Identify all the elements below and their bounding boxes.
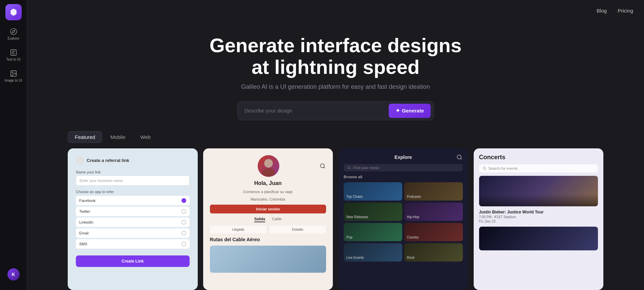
app-twitter[interactable]: Twitter [76,207,190,216]
explore-icon [10,28,17,35]
tile-country[interactable]: Country [404,223,463,241]
tile-hip-hop[interactable]: Hip-Hop [404,203,463,221]
tile-label: Hip-Hop [407,215,420,219]
text-to-ui-icon [10,49,17,56]
svg-point-6 [320,164,324,168]
browse-all-label: Browse all [344,175,463,179]
music-search-icon[interactable] [456,154,463,161]
tile-label: Top Charts [346,195,363,199]
tile-live-events[interactable]: Live Events [344,243,402,262]
search-icon-small [347,166,351,170]
blog-link[interactable]: Blog [597,8,607,14]
pricing-link[interactable]: Pricing [618,8,633,14]
event-title: Justin Bieber: Justice World Tour [479,210,598,214]
app-facebook[interactable]: Facebook [76,196,190,205]
sidebar-item-explore[interactable]: Explore [1,24,26,44]
card-referral-title: Create a referral link [87,158,129,163]
hero-section: Generate interface designs at lightning … [27,21,644,131]
tile-rock[interactable]: Rock [404,243,463,262]
event-time: 7:00 PM · AT&T Stadium [479,215,598,219]
tile-label: Rock [407,256,415,260]
avatar-initials: K [12,272,15,277]
llegada-input[interactable]: Llegada [210,226,267,233]
tab-featured[interactable]: Featured [68,131,102,143]
travel-form-row: Llegada Estadio [210,226,326,233]
business-name-input[interactable]: Enter your business name [76,175,190,186]
radio-sms [181,242,186,246]
card-travel: Hola, Juan Comience a planificar su viaj… [203,148,333,290]
tile-label: Podcasts [407,195,421,199]
svg-point-5 [262,168,275,177]
sidebar: Explore Text to UI Image to UI K [0,0,27,290]
search-bar: ✦ Generate [237,101,434,120]
user-name: Hola, Juan [254,180,282,186]
category-tabs: Featured Mobile Web [27,131,644,143]
tab-cable[interactable]: Cable [272,217,282,222]
tab-web[interactable]: Web [133,131,157,143]
route-title: Rutas del Cable Aéreo [210,237,260,242]
tab-salida[interactable]: Salida [254,217,265,222]
card-referral-inner: ‹ Create a referral link Name your link … [68,148,198,275]
card-travel-inner: Hola, Juan Comience a planificar su viaj… [203,148,333,279]
svg-point-9 [483,167,486,169]
tile-label: Live Events [346,256,364,260]
card-referral-nav: ‹ Create a referral link [76,157,190,165]
event-secondary-image [479,227,598,250]
app-name: Twitter [79,209,90,213]
app-sms[interactable]: SMS [76,239,190,249]
top-nav: Blog Pricing [27,0,644,21]
events-search-placeholder: Search for events [489,166,518,170]
radio-linkedin [181,220,186,225]
app-linkedin[interactable]: LinkedIn [76,218,190,227]
hero-title: Generate interface designs at lightning … [200,35,471,78]
radio-email [181,231,186,235]
music-grid: Top Charts Podcasts New Releases Hip-Hop… [344,182,463,262]
image-to-ui-icon [10,70,17,77]
sidebar-item-image-to-ui[interactable]: Image to UI [1,66,26,86]
app-name: SMS [79,242,87,246]
cards-grid: ‹ Create a referral link Name your link … [27,148,644,290]
music-header: Explore [344,154,463,161]
radio-facebook [181,198,186,203]
app-name: Facebook [79,199,95,203]
concerts-title: Concerts [479,154,598,161]
sidebar-item-explore-label: Explore [8,37,19,41]
sidebar-item-text-to-ui[interactable]: Text to UI [1,45,26,65]
design-search-input[interactable] [244,108,385,113]
back-button[interactable]: ‹ [76,157,84,165]
field-label: Name your link [76,170,190,174]
music-search-bar[interactable]: Find your music [344,164,463,171]
create-link-button[interactable]: Create Link [76,255,190,267]
tile-label: Pop [346,235,352,239]
tile-podcasts[interactable]: Podcasts [404,182,463,201]
card-travel-header [210,155,326,177]
events-search-bar[interactable]: Search for events [479,164,598,172]
search-icon[interactable] [319,163,326,169]
card-concerts: Concerts Search for events Justin Bieber… [474,148,604,290]
svg-point-4 [264,159,273,168]
app-name: Email [79,231,89,235]
card-music-inner: Explore Find your music Browse all [338,148,468,267]
tile-new-releases[interactable]: New Releases [344,203,402,221]
user-location: Manizales, Colombia [251,197,285,201]
user-avatar [258,155,279,177]
generate-button[interactable]: ✦ Generate [389,104,431,118]
sidebar-item-image-label: Image to UI [5,79,22,83]
avatar[interactable]: K [7,268,20,281]
tab-mobile[interactable]: Mobile [104,131,132,143]
card-music: Explore Find your music Browse all [338,148,468,290]
travel-tabs: Salida Cable [210,217,326,222]
tile-top-charts[interactable]: Top Charts [344,182,402,201]
hero-subtitle: Galileo AI is a UI generation platform f… [241,83,430,90]
music-title: Explore [350,154,456,160]
app-email[interactable]: Email [76,228,190,238]
login-button[interactable]: Iniciar sesión [210,205,326,213]
radio-twitter [181,209,186,214]
app-name: LinkedIn [79,220,93,224]
logo[interactable] [5,4,22,20]
tile-label: Country [407,235,419,239]
estadio-input[interactable]: Estadio [269,226,326,233]
tile-label: New Releases [346,215,368,219]
search-icon-events [482,166,487,170]
tile-pop[interactable]: Pop [344,223,402,241]
